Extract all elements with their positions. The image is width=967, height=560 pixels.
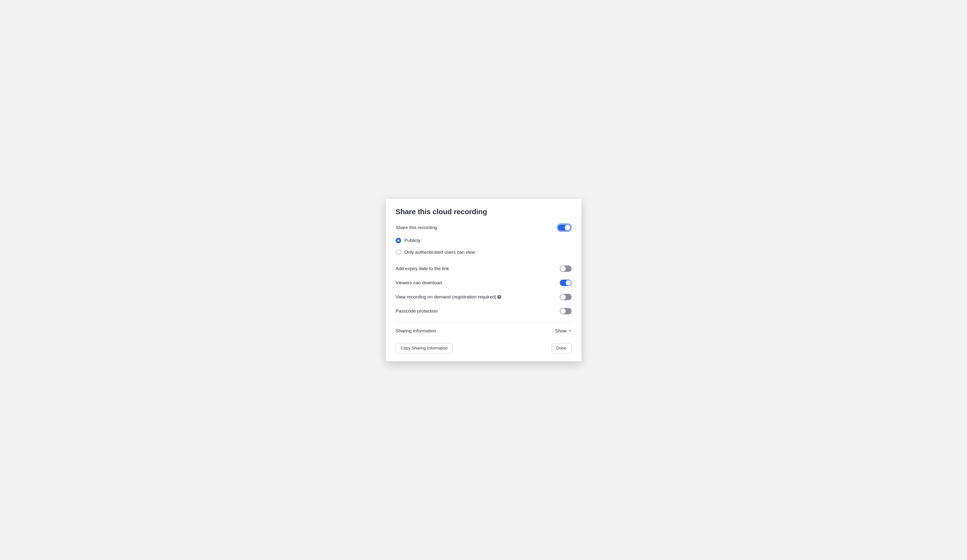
radio-selected-icon: [396, 238, 401, 243]
chevron-down-icon: [569, 329, 571, 333]
visibility-radio-group: Publicly Only authenticated users can vi…: [396, 236, 571, 257]
download-toggle[interactable]: [560, 280, 571, 286]
passcode-row: Passcode protection: [396, 305, 571, 318]
modal-footer: Copy Sharing Information Done: [396, 343, 571, 353]
visibility-radio-publicly[interactable]: Publicly: [396, 236, 571, 245]
download-label: Viewers can download: [396, 280, 442, 285]
on-demand-label: View recording on demand (registration r…: [396, 294, 502, 300]
share-recording-modal: Share this cloud recording Share this re…: [386, 199, 581, 361]
show-label: Show: [555, 328, 567, 334]
sharing-information-row: Sharing Information Show: [396, 324, 571, 338]
share-recording-toggle[interactable]: [557, 224, 571, 232]
passcode-toggle[interactable]: [560, 308, 571, 314]
sharing-information-label: Sharing Information: [396, 328, 436, 334]
visibility-radio-authenticated[interactable]: Only authenticated users can view: [396, 248, 571, 257]
settings-list: Add expiry date to the link Viewers can …: [396, 262, 571, 318]
radio-unselected-icon: [396, 250, 401, 255]
radio-label: Only authenticated users can view: [404, 250, 475, 255]
radio-label: Publicly: [404, 238, 420, 243]
passcode-label: Passcode protection: [396, 308, 438, 314]
share-recording-toggle-row: Share this recording: [396, 223, 571, 232]
on-demand-row: View recording on demand (registration r…: [396, 291, 571, 303]
divider: [396, 322, 571, 322]
share-recording-toggle-label: Share this recording: [396, 225, 437, 230]
copy-sharing-information-button[interactable]: Copy Sharing Information: [396, 343, 453, 353]
expiry-toggle[interactable]: [560, 265, 571, 272]
done-button[interactable]: Done: [551, 343, 571, 353]
expiry-row: Add expiry date to the link: [396, 262, 571, 275]
sharing-information-show-toggle[interactable]: Show: [555, 328, 571, 334]
expiry-label: Add expiry date to the link: [396, 266, 449, 271]
on-demand-toggle[interactable]: [560, 294, 571, 300]
download-row: Viewers can download: [396, 277, 571, 289]
modal-title: Share this cloud recording: [396, 208, 571, 216]
help-icon[interactable]: ?: [497, 295, 501, 299]
